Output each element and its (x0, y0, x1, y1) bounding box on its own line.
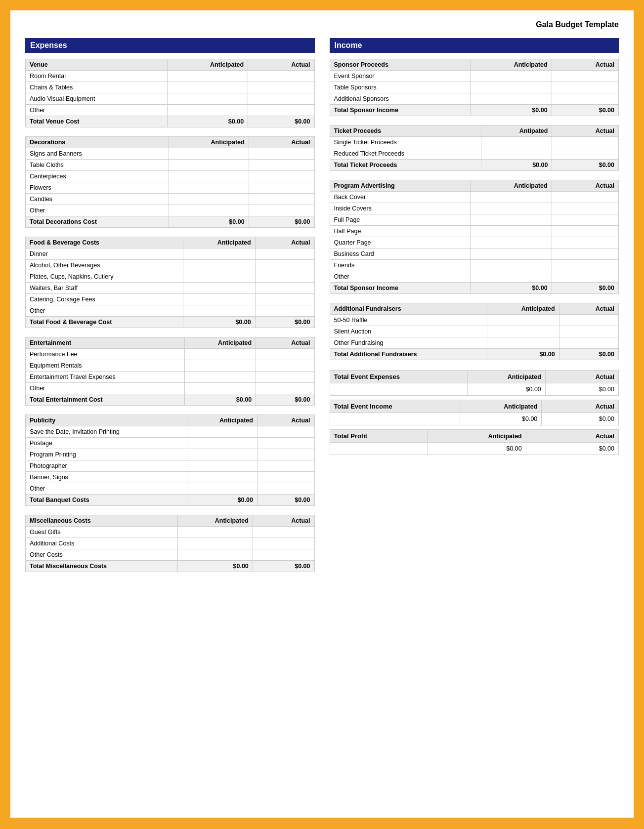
row-actual[interactable] (248, 71, 314, 82)
table-row: Event Sponsor (330, 71, 619, 82)
table-row: Entertainment Travel Expenses (26, 372, 315, 383)
total-expenses-anticipated: $0.00 (468, 383, 546, 396)
total-profit-col-actual: Actual (526, 430, 618, 443)
total-expenses-summary: Total Event Expenses Anticipated Actual … (330, 370, 619, 396)
table-row: Waiters, Bar Staff (26, 283, 315, 294)
table-row: Other (26, 105, 315, 116)
food-beverage-table: Food & Beverage Costs Anticipated Actual… (25, 237, 315, 328)
entertainment-table: Entertainment Anticipated Actual Perform… (25, 337, 315, 406)
decorations-total-row: Total Decorations Cost $0.00 $0.00 (26, 216, 315, 228)
row-anticipated[interactable] (167, 105, 248, 116)
total-income-label: Total Event Income (330, 400, 460, 413)
row-anticipated[interactable] (167, 71, 248, 82)
page-container: Gala Budget Template Expenses Venue Anti… (9, 9, 635, 819)
table-row: Signs and Banners (26, 148, 315, 160)
table-row: Performance Fee (26, 349, 315, 360)
table-row: Other (26, 383, 315, 394)
ticket-total-row: Total Ticket Proceeds $0.00 $0.00 (330, 160, 619, 171)
row-anticipated[interactable] (167, 82, 248, 93)
publicity-total-row: Total Banquet Costs $0.00 $0.00 (26, 495, 315, 506)
table-row: Postage (26, 438, 315, 449)
sponsor-table: Sponsor Proceeds Anticipated Actual Even… (330, 59, 619, 116)
program-total-row: Total Sponsor Income $0.00 $0.00 (330, 283, 619, 294)
venue-total-label: Total Venue Cost (26, 116, 168, 127)
income-header: Income (330, 38, 619, 53)
total-profit-col-anticipated: Anticipated (428, 430, 526, 443)
row-label: Room Rental (26, 71, 168, 82)
fundraisers-total-row: Total Additional Fundraisers $0.00 $0.00 (330, 349, 619, 360)
row-anticipated[interactable] (167, 93, 248, 105)
total-income-actual: $0.00 (542, 413, 619, 425)
table-row: Quarter Page (330, 237, 619, 249)
table-row: Save the Date, Invitation Printing (26, 426, 315, 438)
table-row: Banner, Signs (26, 472, 315, 483)
ticket-table: Ticket Proceeds Antipated Actual Single … (330, 125, 619, 171)
table-row: Photographer (26, 460, 315, 472)
table-row: Reduced Ticket Proceeds (330, 148, 619, 160)
row-label: Chairs & Tables (26, 82, 168, 93)
row-actual[interactable] (248, 93, 314, 105)
dec-total-anticipated: $0.00 (169, 216, 249, 228)
venue-col-actual: Actual (248, 59, 314, 71)
expenses-header: Expenses (25, 38, 315, 53)
total-income-col-actual: Actual (542, 400, 619, 413)
fb-col-label: Food & Beverage Costs (26, 237, 183, 249)
table-row: Other (330, 271, 619, 283)
table-row: Other Fundraising (330, 337, 619, 349)
dec-total-label: Total Decorations Cost (26, 216, 169, 228)
total-profit-anticipated: $0.00 (428, 443, 526, 455)
total-profit-summary: Total Profit Anticipated Actual $0.00 $0… (330, 429, 619, 455)
sponsor-total-row: Total Sponsor Income $0.00 $0.00 (330, 105, 619, 116)
dec-col-label: Decorations (26, 137, 169, 148)
total-income-summary: Total Event Income Anticipated Actual $0… (330, 400, 619, 425)
main-layout: Expenses Venue Anticipated Actual Room R… (25, 38, 619, 581)
table-row: Table Sponsors (330, 82, 619, 93)
table-row: Table Cloths (26, 160, 315, 171)
total-expenses-label: Total Event Expenses (330, 371, 468, 383)
table-row: Back Cover (330, 192, 619, 203)
table-row: Other (26, 305, 315, 317)
table-row: Plates, Cups, Napkins, Cutlery (26, 271, 315, 283)
table-row: Alcohol, Other Beverages (26, 260, 315, 271)
table-row: 50-50 Raffle (330, 315, 619, 326)
table-row: Centerpieces (26, 171, 315, 182)
total-expenses-col-anticipated: Anticipated (468, 371, 546, 383)
table-row: Candles (26, 194, 315, 205)
table-row: Flowers (26, 182, 315, 194)
table-row: Inside Covers (330, 203, 619, 214)
program-table: Program Advertising Anticipated Actual B… (330, 180, 619, 294)
income-column: Income Sponsor Proceeds Anticipated Actu… (330, 38, 619, 460)
venue-total-anticipated: $0.00 (167, 116, 248, 127)
decorations-table: Decorations Anticipated Actual Signs and… (25, 136, 315, 228)
table-row: Other (26, 483, 315, 495)
miscellaneous-table: Miscellaneous Costs Anticipated Actual G… (25, 515, 315, 572)
table-row: Program Printing (26, 449, 315, 460)
row-actual[interactable] (248, 82, 314, 93)
table-row: Half Page (330, 226, 619, 237)
total-expenses-col-actual: Actual (545, 371, 618, 383)
table-row: Friends (330, 260, 619, 271)
summary-block: Total Event Expenses Anticipated Actual … (330, 370, 619, 455)
row-label: Other (26, 105, 168, 116)
entertainment-total-row: Total Entertainment Cost $0.00 $0.00 (26, 394, 315, 406)
table-row: Guest Gifts (26, 527, 315, 538)
expenses-column: Expenses Venue Anticipated Actual Room R… (25, 38, 315, 581)
table-row: Other (26, 205, 315, 216)
dec-total-actual: $0.00 (249, 216, 314, 228)
fb-total-row: Total Food & Beverage Cost $0.00 $0.00 (26, 317, 315, 328)
table-row: Equipment Rentals (26, 360, 315, 372)
table-row: Silent Auction (330, 326, 619, 337)
row-actual[interactable] (248, 105, 314, 116)
misc-total-row: Total Miscellaneous Costs $0.00 $0.00 (26, 561, 315, 572)
page-title: Gala Budget Template (25, 20, 619, 29)
table-row: Audio Visual Equipment (26, 93, 315, 105)
dec-col-anticipated: Anticipated (169, 137, 249, 148)
table-row: Additional Sponsors (330, 93, 619, 105)
dec-col-actual: Actual (249, 137, 314, 148)
total-profit-actual: $0.00 (526, 443, 618, 455)
fundraisers-table: Additional Fundraisers Anticipated Actua… (330, 303, 619, 360)
total-profit-label: Total Profit (330, 430, 428, 443)
table-row: Other Costs (26, 549, 315, 561)
total-income-anticipated: $0.00 (460, 413, 542, 425)
venue-table: Venue Anticipated Actual Room Rental Cha… (25, 59, 315, 127)
